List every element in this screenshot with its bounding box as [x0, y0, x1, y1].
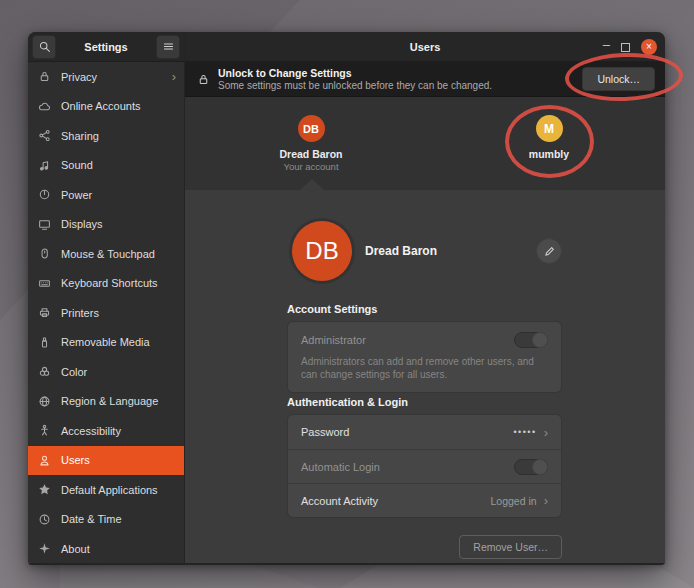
sidebar-item-label: Users: [61, 454, 176, 466]
user-detail-panel: DB Dread Baron Account Settings Administ…: [185, 190, 665, 563]
automatic-login-row[interactable]: Automatic Login: [288, 449, 561, 483]
accessibility-icon: [36, 423, 52, 439]
unlock-title: Unlock to Change Settings: [218, 67, 582, 79]
settings-window: Settings Privacy›Online AccountsSharingS…: [28, 32, 665, 565]
sidebar-item-removable-media[interactable]: Removable Media: [28, 328, 184, 358]
mouse-icon: [36, 246, 52, 262]
password-row[interactable]: Password•••••›: [288, 415, 561, 449]
automatic-login-toggle[interactable]: [514, 459, 548, 475]
password-value: •••••: [513, 427, 536, 437]
carousel-user-mumbly[interactable]: Mmumbly: [489, 115, 609, 160]
printer-icon: [36, 305, 52, 321]
sidebar-item-displays[interactable]: Displays: [28, 210, 184, 240]
auth-login-heading: Authentication & Login: [287, 396, 408, 408]
titlebar[interactable]: Users – ×: [185, 32, 665, 62]
sidebar-item-label: Date & Time: [61, 513, 176, 525]
page-title: Users: [185, 41, 665, 53]
removable-media-icon: [36, 334, 52, 350]
user-name: Dread Baron: [279, 148, 342, 160]
sidebar-item-label: Printers: [61, 307, 176, 319]
sidebar-item-label: About: [61, 543, 176, 555]
sidebar-item-label: Online Accounts: [61, 100, 176, 112]
sidebar-item-keyboard-shortcuts[interactable]: Keyboard Shortcuts: [28, 269, 184, 299]
sidebar-item-label: Keyboard Shortcuts: [61, 277, 176, 289]
search-button[interactable]: [32, 35, 56, 59]
sidebar-item-online-accounts[interactable]: Online Accounts: [28, 92, 184, 122]
sidebar-item-label: Mouse & Touchpad: [61, 248, 176, 260]
maximize-button[interactable]: [621, 43, 630, 52]
sidebar-item-accessibility[interactable]: Accessibility: [28, 416, 184, 446]
unlock-texts: Unlock to Change Settings Some settings …: [218, 67, 582, 91]
account-activity-row[interactable]: Account ActivityLogged in›: [288, 483, 561, 517]
menu-button[interactable]: [156, 35, 180, 59]
lock-icon: [197, 73, 210, 86]
chevron-right-icon: ›: [172, 70, 176, 83]
sidebar-item-sound[interactable]: Sound: [28, 151, 184, 181]
user-carousel: DBDread BaronYour accountMmumbly: [185, 97, 665, 190]
unlock-banner: Unlock to Change Settings Some settings …: [185, 62, 665, 97]
user-avatar[interactable]: DB: [298, 115, 325, 142]
chevron-right-icon: ›: [544, 494, 548, 507]
user-avatar[interactable]: DB: [292, 221, 352, 281]
main-panel: Users – × Unlock to Change Settings Some…: [185, 32, 665, 563]
keyboard-icon: [36, 275, 52, 291]
pencil-icon: [543, 245, 556, 258]
password-label: Password: [301, 426, 513, 438]
unlock-subtitle: Some settings must be unlocked before th…: [218, 80, 582, 91]
account-settings-heading: Account Settings: [287, 303, 377, 315]
sidebar-item-label: Default Applications: [61, 484, 176, 496]
sidebar-item-privacy[interactable]: Privacy›: [28, 62, 184, 92]
administrator-description: Administrators can add and remove other …: [301, 355, 539, 381]
remove-user-button[interactable]: Remove User…: [459, 535, 562, 559]
sidebar-item-label: Sound: [61, 159, 176, 171]
unlock-button[interactable]: Unlock…: [582, 67, 655, 91]
sidebar-item-printers[interactable]: Printers: [28, 298, 184, 328]
about-icon: [36, 541, 52, 557]
user-avatar[interactable]: M: [536, 115, 563, 142]
window-controls: – ×: [603, 32, 657, 62]
user-subtitle: Your account: [283, 161, 338, 172]
administrator-toggle[interactable]: [514, 332, 548, 348]
sidebar-item-power[interactable]: Power: [28, 180, 184, 210]
carousel-user-dread-baron[interactable]: DBDread BaronYour account: [251, 115, 371, 172]
star-icon: [36, 482, 52, 498]
search-icon: [38, 40, 51, 53]
sound-icon: [36, 157, 52, 173]
sidebar-item-label: Displays: [61, 218, 176, 230]
sidebar-list: Privacy›Online AccountsSharingSoundPower…: [28, 62, 184, 563]
minimize-button[interactable]: –: [603, 38, 610, 57]
close-button[interactable]: ×: [641, 39, 657, 55]
sidebar-item-mouse-touchpad[interactable]: Mouse & Touchpad: [28, 239, 184, 269]
user-name: mumbly: [529, 148, 569, 160]
desktop: Settings Privacy›Online AccountsSharingS…: [0, 0, 694, 588]
automatic-login-label: Automatic Login: [301, 461, 514, 473]
sidebar-item-label: Sharing: [61, 130, 176, 142]
chevron-right-icon: ›: [544, 426, 548, 439]
globe-icon: [36, 393, 52, 409]
administrator-label: Administrator: [301, 334, 514, 346]
auth-login-card: Password•••••›Automatic LoginAccount Act…: [287, 414, 562, 518]
sidebar-item-date-time[interactable]: Date & Time: [28, 505, 184, 535]
edit-name-button[interactable]: [536, 238, 562, 264]
color-icon: [36, 364, 52, 380]
cloud-icon: [36, 98, 52, 114]
sidebar-item-default-applications[interactable]: Default Applications: [28, 475, 184, 505]
sidebar-item-users[interactable]: Users: [28, 446, 184, 476]
sidebar-item-label: Power: [61, 189, 176, 201]
clock-icon: [36, 511, 52, 527]
app-title: Settings: [84, 41, 127, 53]
account-settings-card: Administrator Administrators can add and…: [287, 321, 562, 393]
sidebar-item-label: Region & Language: [61, 395, 176, 407]
sidebar-item-color[interactable]: Color: [28, 357, 184, 387]
displays-icon: [36, 216, 52, 232]
sidebar-item-region-language[interactable]: Region & Language: [28, 387, 184, 417]
sidebar-item-label: Removable Media: [61, 336, 176, 348]
sidebar-item-about[interactable]: About: [28, 534, 184, 563]
account-activity-label: Account Activity: [301, 495, 491, 507]
sidebar-item-label: Privacy: [61, 71, 172, 83]
sidebar-item-sharing[interactable]: Sharing: [28, 121, 184, 151]
lock-icon: [36, 69, 52, 85]
power-icon: [36, 187, 52, 203]
selected-user-caret: [300, 179, 324, 190]
hamburger-menu-icon: [162, 40, 175, 53]
